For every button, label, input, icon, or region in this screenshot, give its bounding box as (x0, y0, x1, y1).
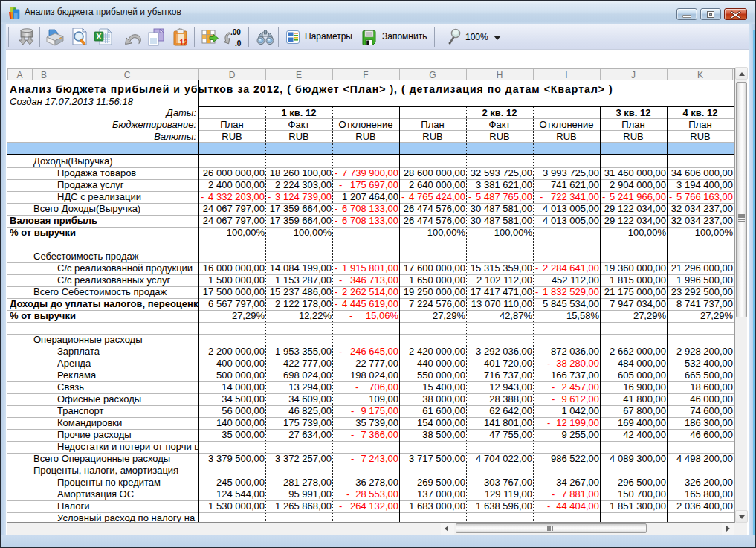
svg-text:X: X (96, 32, 102, 41)
svg-text:12: 12 (179, 39, 188, 47)
svg-text:.0: .0 (235, 39, 242, 48)
svg-text:.00: .00 (230, 28, 241, 36)
